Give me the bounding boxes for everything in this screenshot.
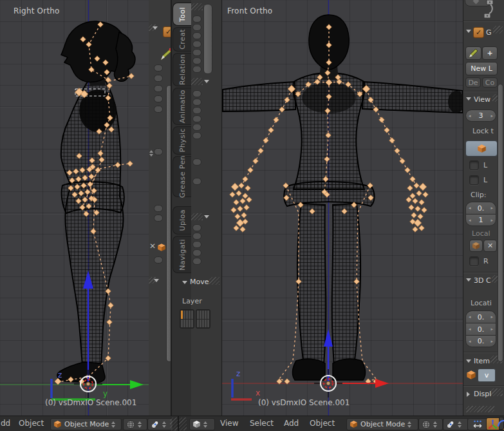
collapsed-button[interactable] [192, 24, 201, 31]
collapsed-button[interactable] [192, 233, 201, 240]
collapsed-button[interactable] [192, 158, 201, 166]
collapsed-button[interactable] [192, 249, 201, 256]
bone-joint[interactable] [234, 225, 239, 231]
menu-object[interactable]: Object [19, 419, 44, 428]
collapsed-button[interactable] [192, 241, 201, 248]
bone-joint[interactable] [245, 186, 250, 191]
bone-joint[interactable] [379, 117, 384, 122]
bone-joint[interactable] [243, 177, 248, 182]
bone-joint[interactable] [400, 158, 405, 164]
menu-add[interactable]: Add [284, 419, 299, 428]
view-panel-header[interactable]: View [474, 95, 490, 104]
pivot-dropdown[interactable] [443, 418, 469, 430]
menu-object[interactable]: Object [310, 419, 335, 428]
bone-joint[interactable] [415, 206, 420, 211]
checkbox[interactable] [469, 175, 479, 185]
panel-collapse-triangle[interactable] [153, 26, 158, 30]
bone-joint[interactable] [239, 183, 244, 188]
bone-joint[interactable] [389, 138, 395, 143]
gp-checkbox-icon[interactable]: ✓ [473, 27, 484, 38]
bone-joint[interactable] [409, 205, 414, 210]
corner-drag-hatch[interactable] [179, 417, 187, 430]
display-panel-header[interactable]: Displ [474, 390, 491, 398]
checkbox[interactable] [469, 160, 479, 170]
collapsed-button[interactable] [154, 106, 163, 113]
bone-joint[interactable] [108, 303, 113, 308]
bone-joint[interactable] [410, 193, 415, 198]
collapsed-button[interactable] [192, 258, 201, 265]
bone-joint[interactable] [268, 128, 274, 133]
editor-type-dropdown[interactable] [189, 418, 215, 430]
bone-joint[interactable] [405, 168, 410, 173]
new-layer-button[interactable]: New L [465, 62, 498, 75]
proportional-edit-toggle[interactable] [467, 418, 488, 430]
stepper-arrows[interactable] [149, 150, 153, 157]
view-panel-triangle[interactable] [466, 97, 471, 101]
bone-joint[interactable] [406, 197, 411, 202]
bone-joint[interactable] [129, 73, 134, 79]
tab-grease-pencil[interactable]: Grease Pen [173, 156, 191, 197]
collapsed-button[interactable] [192, 224, 201, 231]
display-panel-triangle[interactable] [467, 392, 470, 397]
lock-l2-row[interactable]: L [469, 175, 487, 185]
bone-joint[interactable] [407, 186, 413, 191]
bone-joint[interactable] [414, 219, 421, 226]
bone-joint[interactable] [263, 138, 268, 143]
collapsed-button[interactable] [192, 15, 201, 23]
collapsed-button[interactable] [192, 178, 201, 185]
item-panel-triangle[interactable] [466, 359, 471, 363]
collapsed-button[interactable] [192, 32, 201, 39]
collapsed-button[interactable] [192, 57, 201, 64]
viewport-right-ortho[interactable]: z y Right Ortho (0) vsDmxIO Scene.001 [0, 0, 149, 416]
menu-add-clipped[interactable]: dd [1, 419, 10, 428]
rotate-manipulator-button[interactable] [499, 417, 504, 430]
layer-grid-2[interactable] [196, 309, 210, 329]
gp-panel-triangle[interactable] [466, 30, 471, 33]
collapsed-button[interactable] [154, 205, 163, 212]
copy-button[interactable]: Co [482, 77, 498, 88]
tab-navigation[interactable]: Navigati [173, 236, 191, 273]
bone-joint[interactable] [414, 183, 419, 188]
tab-relations[interactable]: Relation [173, 53, 191, 86]
tab-tool[interactable]: Tool [173, 3, 191, 26]
panel-collapse-triangle[interactable] [204, 80, 209, 83]
cursor-panel-header[interactable]: 3D C [474, 276, 491, 285]
bone-joint[interactable] [413, 198, 418, 204]
menu-view[interactable]: View [220, 419, 238, 428]
bone-joint[interactable] [236, 191, 241, 196]
collapsed-button[interactable] [154, 256, 163, 263]
cursor-z-field[interactable]: ◂0.▸ [465, 335, 496, 347]
collapsed-button[interactable] [192, 115, 201, 122]
bone-joint[interactable] [248, 168, 253, 173]
bone-joint[interactable] [253, 158, 258, 164]
lock-object-field[interactable] [465, 140, 498, 157]
bone-joint[interactable] [419, 225, 424, 231]
collapsed-button[interactable] [154, 75, 163, 82]
mode-dropdown[interactable]: Object Mode [50, 418, 122, 430]
scrollbar[interactable] [498, 84, 503, 362]
bone-joint[interactable] [247, 197, 252, 202]
collapsed-button[interactable] [192, 99, 201, 106]
move-panel-triangle[interactable] [182, 281, 187, 284]
bone-joint[interactable] [411, 213, 416, 218]
bone-joint[interactable] [243, 193, 248, 198]
collapsed-button[interactable] [192, 132, 201, 139]
collapsed-button[interactable] [154, 64, 163, 72]
collapsed-button[interactable] [192, 66, 201, 73]
bone-joint[interactable] [107, 320, 112, 325]
draw-pencil-button[interactable] [465, 46, 481, 60]
bone-joint[interactable] [423, 192, 428, 197]
add-button[interactable]: + [482, 46, 498, 60]
collapsed-button[interactable] [154, 95, 163, 102]
bone-joint[interactable] [234, 200, 239, 205]
collapsed-button[interactable] [154, 148, 163, 155]
bone-joint[interactable] [384, 128, 389, 133]
checkbox[interactable] [469, 256, 479, 266]
bone-joint[interactable] [413, 227, 418, 232]
bone-joint[interactable] [258, 148, 263, 153]
bone-joint[interactable] [422, 207, 427, 213]
clear-local-button[interactable]: ✕ [483, 240, 497, 252]
pivot-dropdown[interactable] [147, 418, 173, 430]
cursor-x-field[interactable]: ◂0.▸ [465, 311, 496, 323]
gp-panel-header[interactable]: G [486, 28, 492, 37]
